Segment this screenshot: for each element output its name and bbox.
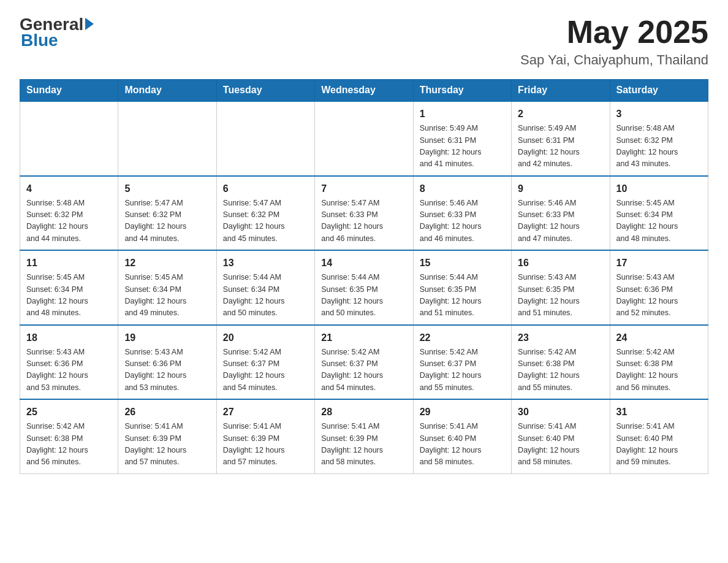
calendar-cell: 18Sunrise: 5:43 AM Sunset: 6:36 PM Dayli… [20, 325, 118, 400]
calendar-cell [315, 101, 413, 176]
day-number: 28 [321, 405, 406, 419]
calendar-cell: 12Sunrise: 5:45 AM Sunset: 6:34 PM Dayli… [118, 250, 216, 325]
calendar-cell [20, 101, 118, 176]
calendar-cell: 10Sunrise: 5:45 AM Sunset: 6:34 PM Dayli… [610, 176, 708, 251]
day-info: Sunrise: 5:44 AM Sunset: 6:35 PM Dayligh… [420, 272, 505, 320]
day-info: Sunrise: 5:47 AM Sunset: 6:32 PM Dayligh… [223, 197, 308, 245]
calendar-cell: 22Sunrise: 5:42 AM Sunset: 6:37 PM Dayli… [413, 325, 511, 400]
day-number: 29 [420, 405, 505, 419]
day-number: 1 [420, 107, 505, 121]
calendar-cell: 25Sunrise: 5:42 AM Sunset: 6:38 PM Dayli… [20, 399, 118, 473]
day-number: 14 [321, 256, 406, 270]
day-number: 21 [321, 331, 406, 345]
title-block: May 2025 Sap Yai, Chaiyaphum, Thailand [520, 15, 708, 68]
day-of-week-header: Friday [512, 80, 610, 102]
day-number: 2 [518, 107, 603, 121]
day-number: 8 [420, 182, 505, 196]
calendar-week-row: 25Sunrise: 5:42 AM Sunset: 6:38 PM Dayli… [20, 399, 708, 473]
calendar-header-row: SundayMondayTuesdayWednesdayThursdayFrid… [20, 80, 708, 102]
day-number: 30 [518, 405, 603, 419]
calendar-week-row: 1Sunrise: 5:49 AM Sunset: 6:31 PM Daylig… [20, 101, 708, 176]
day-info: Sunrise: 5:43 AM Sunset: 6:36 PM Dayligh… [616, 272, 702, 320]
day-info: Sunrise: 5:44 AM Sunset: 6:34 PM Dayligh… [223, 272, 308, 320]
day-info: Sunrise: 5:44 AM Sunset: 6:35 PM Dayligh… [321, 272, 406, 320]
calendar-cell: 24Sunrise: 5:42 AM Sunset: 6:38 PM Dayli… [610, 325, 708, 400]
calendar-cell: 27Sunrise: 5:41 AM Sunset: 6:39 PM Dayli… [216, 399, 314, 473]
day-info: Sunrise: 5:47 AM Sunset: 6:32 PM Dayligh… [124, 197, 210, 245]
day-info: Sunrise: 5:49 AM Sunset: 6:31 PM Dayligh… [420, 123, 505, 170]
day-number: 24 [616, 331, 702, 345]
logo-triangle-icon [85, 18, 94, 30]
calendar-cell: 28Sunrise: 5:41 AM Sunset: 6:39 PM Dayli… [315, 399, 413, 473]
day-info: Sunrise: 5:41 AM Sunset: 6:39 PM Dayligh… [321, 421, 406, 469]
day-info: Sunrise: 5:42 AM Sunset: 6:38 PM Dayligh… [26, 421, 112, 469]
calendar-cell: 5Sunrise: 5:47 AM Sunset: 6:32 PM Daylig… [118, 176, 216, 251]
day-info: Sunrise: 5:47 AM Sunset: 6:33 PM Dayligh… [321, 197, 406, 245]
day-number: 12 [124, 256, 210, 270]
logo: General Blue [20, 15, 94, 50]
day-number: 25 [26, 405, 112, 419]
day-of-week-header: Saturday [610, 80, 708, 102]
calendar-cell: 3Sunrise: 5:48 AM Sunset: 6:32 PM Daylig… [610, 101, 708, 176]
calendar-week-row: 11Sunrise: 5:45 AM Sunset: 6:34 PM Dayli… [20, 250, 708, 325]
calendar-cell: 8Sunrise: 5:46 AM Sunset: 6:33 PM Daylig… [413, 176, 511, 251]
day-number: 22 [420, 331, 505, 345]
calendar-cell: 29Sunrise: 5:41 AM Sunset: 6:40 PM Dayli… [413, 399, 511, 473]
day-number: 20 [223, 331, 308, 345]
calendar-cell: 9Sunrise: 5:46 AM Sunset: 6:33 PM Daylig… [512, 176, 610, 251]
calendar-cell: 11Sunrise: 5:45 AM Sunset: 6:34 PM Dayli… [20, 250, 118, 325]
calendar-cell: 14Sunrise: 5:44 AM Sunset: 6:35 PM Dayli… [315, 250, 413, 325]
calendar-cell: 19Sunrise: 5:43 AM Sunset: 6:36 PM Dayli… [118, 325, 216, 400]
day-number: 7 [321, 182, 406, 196]
day-info: Sunrise: 5:48 AM Sunset: 6:32 PM Dayligh… [26, 197, 112, 245]
day-info: Sunrise: 5:46 AM Sunset: 6:33 PM Dayligh… [518, 197, 603, 245]
day-number: 23 [518, 331, 603, 345]
day-info: Sunrise: 5:43 AM Sunset: 6:36 PM Dayligh… [26, 347, 112, 394]
day-info: Sunrise: 5:45 AM Sunset: 6:34 PM Dayligh… [124, 272, 210, 320]
calendar-cell: 30Sunrise: 5:41 AM Sunset: 6:40 PM Dayli… [512, 399, 610, 473]
calendar-cell: 4Sunrise: 5:48 AM Sunset: 6:32 PM Daylig… [20, 176, 118, 251]
day-info: Sunrise: 5:45 AM Sunset: 6:34 PM Dayligh… [26, 272, 112, 320]
day-info: Sunrise: 5:42 AM Sunset: 6:38 PM Dayligh… [518, 347, 603, 394]
calendar-cell: 26Sunrise: 5:41 AM Sunset: 6:39 PM Dayli… [118, 399, 216, 473]
day-number: 17 [616, 256, 702, 270]
calendar-cell: 1Sunrise: 5:49 AM Sunset: 6:31 PM Daylig… [413, 101, 511, 176]
day-info: Sunrise: 5:41 AM Sunset: 6:40 PM Dayligh… [420, 421, 505, 469]
calendar-cell [216, 101, 314, 176]
calendar-cell: 7Sunrise: 5:47 AM Sunset: 6:33 PM Daylig… [315, 176, 413, 251]
calendar-cell: 15Sunrise: 5:44 AM Sunset: 6:35 PM Dayli… [413, 250, 511, 325]
day-of-week-header: Thursday [413, 80, 511, 102]
day-info: Sunrise: 5:41 AM Sunset: 6:39 PM Dayligh… [223, 421, 308, 469]
day-info: Sunrise: 5:43 AM Sunset: 6:35 PM Dayligh… [518, 272, 603, 320]
calendar-cell: 13Sunrise: 5:44 AM Sunset: 6:34 PM Dayli… [216, 250, 314, 325]
day-info: Sunrise: 5:43 AM Sunset: 6:36 PM Dayligh… [124, 347, 210, 394]
month-year-title: May 2025 [520, 15, 708, 50]
calendar-cell: 16Sunrise: 5:43 AM Sunset: 6:35 PM Dayli… [512, 250, 610, 325]
day-number: 31 [616, 405, 702, 419]
day-number: 10 [616, 182, 702, 196]
day-info: Sunrise: 5:48 AM Sunset: 6:32 PM Dayligh… [616, 123, 702, 170]
page-header: General Blue May 2025 Sap Yai, Chaiyaphu… [20, 15, 708, 68]
day-number: 26 [124, 405, 210, 419]
day-number: 6 [223, 182, 308, 196]
calendar-cell: 23Sunrise: 5:42 AM Sunset: 6:38 PM Dayli… [512, 325, 610, 400]
day-number: 11 [26, 256, 112, 270]
day-info: Sunrise: 5:42 AM Sunset: 6:38 PM Dayligh… [616, 347, 702, 394]
day-info: Sunrise: 5:41 AM Sunset: 6:40 PM Dayligh… [616, 421, 702, 469]
day-info: Sunrise: 5:42 AM Sunset: 6:37 PM Dayligh… [223, 347, 308, 394]
day-number: 16 [518, 256, 603, 270]
calendar-cell [118, 101, 216, 176]
day-number: 15 [420, 256, 505, 270]
calendar-week-row: 18Sunrise: 5:43 AM Sunset: 6:36 PM Dayli… [20, 325, 708, 400]
calendar-cell: 2Sunrise: 5:49 AM Sunset: 6:31 PM Daylig… [512, 101, 610, 176]
calendar-cell: 6Sunrise: 5:47 AM Sunset: 6:32 PM Daylig… [216, 176, 314, 251]
day-info: Sunrise: 5:42 AM Sunset: 6:37 PM Dayligh… [420, 347, 505, 394]
day-info: Sunrise: 5:41 AM Sunset: 6:40 PM Dayligh… [518, 421, 603, 469]
day-number: 9 [518, 182, 603, 196]
calendar-cell: 20Sunrise: 5:42 AM Sunset: 6:37 PM Dayli… [216, 325, 314, 400]
day-number: 5 [124, 182, 210, 196]
day-of-week-header: Tuesday [216, 80, 314, 102]
day-number: 4 [26, 182, 112, 196]
logo-blue-text: Blue [20, 31, 58, 50]
day-info: Sunrise: 5:41 AM Sunset: 6:39 PM Dayligh… [124, 421, 210, 469]
